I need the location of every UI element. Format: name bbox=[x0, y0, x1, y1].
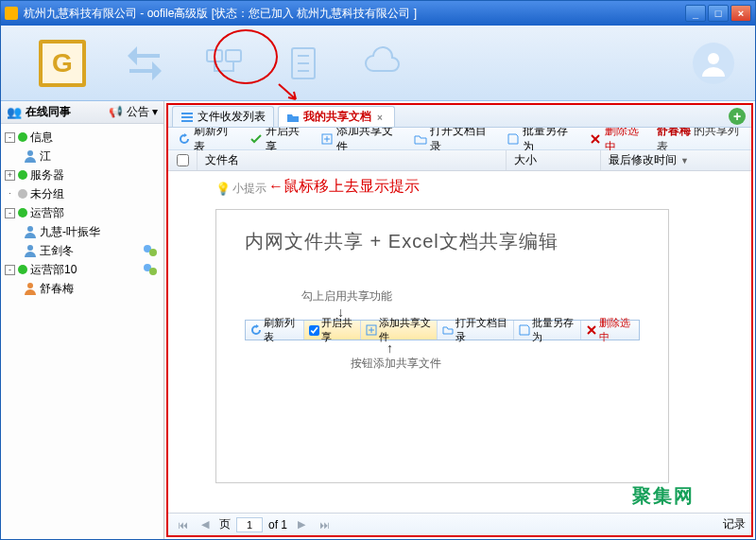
folder-share-icon bbox=[286, 111, 300, 124]
document-icon[interactable] bbox=[283, 43, 324, 84]
folder-open-icon bbox=[414, 132, 427, 146]
close-button[interactable]: × bbox=[730, 5, 751, 22]
refresh-button[interactable]: 刷新列表 bbox=[174, 130, 240, 148]
tree-group-ops10[interactable]: -运营部10 bbox=[3, 260, 162, 279]
titlebar: 杭州九慧科技有限公司 - oofile高级版 [状态：您已加入 杭州九慧科技有限… bbox=[1, 1, 755, 26]
tree-group-ungrouped[interactable]: ·未分组 bbox=[3, 184, 162, 203]
tree-user[interactable]: 江 bbox=[3, 147, 162, 165]
list-icon bbox=[180, 111, 194, 124]
last-page-button[interactable]: ⏭ bbox=[316, 516, 333, 533]
refresh-icon bbox=[178, 132, 191, 146]
enable-checkbox[interactable] bbox=[309, 325, 319, 336]
app-icon bbox=[5, 7, 18, 20]
next-page-button[interactable]: ▶ bbox=[293, 516, 310, 533]
tree-group-ops[interactable]: -运营部 bbox=[3, 203, 162, 222]
folder-open-icon bbox=[442, 324, 454, 336]
svg-point-13 bbox=[149, 268, 157, 275]
svg-rect-15 bbox=[181, 113, 193, 114]
mini-opendir-button[interactable]: 打开文档目录 bbox=[438, 321, 514, 340]
prev-page-button[interactable]: ◀ bbox=[197, 516, 214, 533]
pager: ⏮ ◀ 页 of 1 ▶ ⏭ 记录 bbox=[168, 513, 751, 535]
tip-label[interactable]: 💡小提示 bbox=[215, 181, 266, 197]
svg-point-11 bbox=[149, 249, 157, 256]
saveas-button[interactable]: 批量另存为 bbox=[503, 130, 579, 148]
save-icon bbox=[507, 132, 520, 146]
col-size[interactable]: 大小 bbox=[506, 150, 600, 170]
status-dot-icon bbox=[18, 265, 27, 274]
help-caption-1: 勾上启用共享功能 bbox=[301, 288, 640, 305]
status-dot-icon bbox=[18, 208, 27, 218]
svg-point-6 bbox=[708, 53, 719, 64]
mini-toolbar: 刷新列表 开启共享 添加共享文件 打开文档目录 批量另存为 删除选中 bbox=[245, 320, 640, 340]
enable-share-button[interactable]: 开启共享 bbox=[246, 130, 312, 148]
sidebar-header: 👥 在线同事 📢 公告 ▾ bbox=[1, 101, 163, 124]
logo-icon: G bbox=[39, 40, 86, 87]
annotation-circle bbox=[214, 29, 278, 84]
mini-saveas-button[interactable]: 批量另存为 bbox=[514, 321, 581, 340]
maximize-button[interactable]: □ bbox=[708, 5, 729, 22]
page-input[interactable] bbox=[236, 517, 263, 532]
people-icon: 👥 bbox=[7, 105, 22, 119]
sidebar-title: 在线同事 bbox=[26, 104, 71, 120]
help-title: 内网文件共享 + Excel文档共享编辑 bbox=[245, 229, 640, 254]
mini-refresh-button[interactable]: 刷新列表 bbox=[246, 321, 304, 340]
announce-icon[interactable]: 📢 公告 ▾ bbox=[109, 104, 158, 120]
expand-icon[interactable]: + bbox=[5, 170, 15, 181]
transfer-icon[interactable] bbox=[124, 43, 165, 84]
chat-icon[interactable] bbox=[143, 263, 158, 276]
tree-group-server[interactable]: +服务器 bbox=[3, 165, 162, 184]
save-icon bbox=[519, 324, 530, 336]
col-modified[interactable]: 最后修改时间▼ bbox=[600, 150, 751, 170]
tab-file-transfer[interactable]: 文件收发列表 bbox=[172, 106, 274, 127]
status-dot-icon bbox=[18, 170, 27, 180]
tip-annotation: ←鼠标移上去显示提示 bbox=[268, 177, 420, 197]
user-icon bbox=[24, 244, 37, 257]
status-dot-icon bbox=[18, 132, 27, 142]
delete-icon bbox=[586, 324, 597, 336]
tab-bar: 文件收发列表 我的共享文档 × + bbox=[168, 105, 751, 128]
user-icon bbox=[24, 225, 37, 238]
collapse-icon[interactable]: - bbox=[5, 132, 15, 143]
tree-group-info[interactable]: -信息 bbox=[3, 128, 162, 147]
tab-close-icon[interactable]: × bbox=[377, 113, 387, 122]
grid-header: 文件名 大小 最后修改时间▼ bbox=[168, 150, 751, 171]
delete-icon bbox=[589, 132, 602, 146]
add-file-button[interactable]: 添加共享文件 bbox=[317, 130, 404, 148]
tab-my-share[interactable]: 我的共享文档 × bbox=[278, 106, 395, 127]
sidebar: 👥 在线同事 📢 公告 ▾ -信息 江 +服务器 ·未分组 -运营部 九慧-叶振… bbox=[1, 101, 164, 539]
add-tab-button[interactable]: + bbox=[729, 108, 746, 125]
col-filename[interactable]: 文件名 bbox=[197, 150, 506, 170]
svg-rect-17 bbox=[181, 120, 193, 122]
collapse-icon[interactable]: - bbox=[5, 208, 15, 218]
main-toolbar: G 我的共享 bbox=[1, 26, 755, 101]
first-page-button[interactable]: ⏮ bbox=[174, 516, 191, 533]
tree-user[interactable]: 王剑冬 bbox=[3, 241, 162, 260]
svg-point-9 bbox=[27, 245, 33, 251]
user-avatar-icon[interactable] bbox=[693, 43, 734, 84]
mini-add-button[interactable]: 添加共享文件 bbox=[361, 321, 438, 340]
chat-icon[interactable] bbox=[143, 244, 158, 257]
sort-desc-icon: ▼ bbox=[680, 156, 689, 165]
open-dir-button[interactable]: 打开文档目录 bbox=[410, 130, 497, 148]
svg-point-14 bbox=[27, 283, 33, 288]
add-file-icon bbox=[320, 132, 334, 146]
collapse-icon[interactable]: - bbox=[5, 265, 15, 275]
check-icon bbox=[249, 132, 263, 146]
mini-delete-button[interactable]: 删除选中 bbox=[581, 321, 639, 340]
mini-enable-button[interactable]: 开启共享 bbox=[304, 321, 362, 340]
tree-user[interactable]: 舒春梅 bbox=[3, 279, 162, 298]
watermark: 聚集网 bbox=[632, 483, 695, 509]
add-file-icon bbox=[366, 324, 377, 336]
help-caption-2: 按钮添加共享文件 bbox=[351, 356, 640, 372]
leaf-icon: · bbox=[5, 189, 15, 200]
share-toolbar: 刷新列表 开启共享 添加共享文件 打开文档目录 批量另存为 删除选中 舒春梅 的… bbox=[168, 128, 751, 150]
bulb-icon: 💡 bbox=[215, 182, 231, 196]
records-label: 记录 bbox=[723, 516, 746, 532]
minimize-button[interactable]: _ bbox=[685, 5, 706, 22]
select-all-checkbox[interactable] bbox=[177, 154, 189, 166]
tree-user[interactable]: 九慧-叶振华 bbox=[3, 222, 162, 241]
delete-button[interactable]: 删除选中 bbox=[585, 130, 651, 148]
cloud-icon[interactable] bbox=[362, 43, 404, 84]
user-icon bbox=[24, 149, 37, 163]
refresh-icon bbox=[250, 324, 262, 336]
